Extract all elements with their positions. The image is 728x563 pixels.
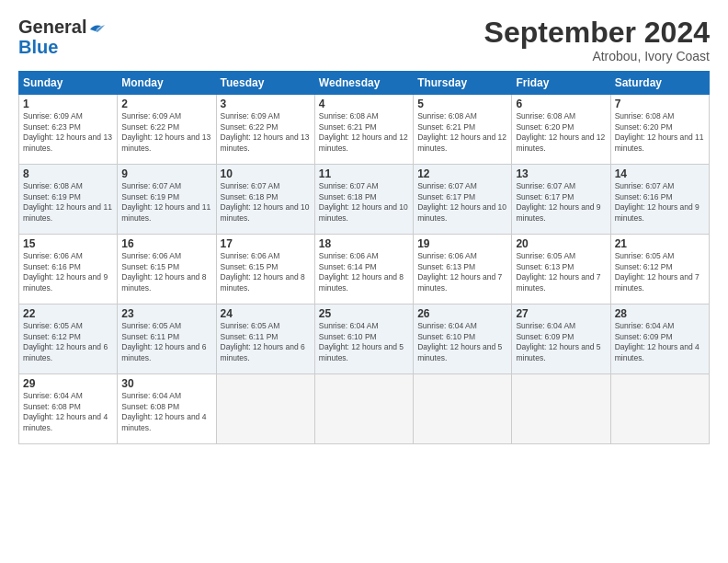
calendar-week-row: 22 Sunrise: 6:05 AMSunset: 6:12 PMDaylig… [19, 304, 710, 374]
day-number: 28 [615, 307, 705, 320]
table-row: 22 Sunrise: 6:05 AMSunset: 6:12 PMDaylig… [19, 304, 118, 374]
day-info: Sunrise: 6:08 AMSunset: 6:20 PMDaylight:… [615, 111, 705, 154]
table-row: 28 Sunrise: 6:04 AMSunset: 6:09 PMDaylig… [610, 304, 709, 374]
day-info: Sunrise: 6:06 AMSunset: 6:14 PMDaylight:… [319, 251, 409, 293]
table-row: 1 Sunrise: 6:09 AMSunset: 6:23 PMDayligh… [19, 95, 118, 165]
day-info: Sunrise: 6:05 AMSunset: 6:12 PMDaylight:… [615, 251, 705, 293]
day-info: Sunrise: 6:04 AMSunset: 6:08 PMDaylight:… [121, 391, 211, 433]
day-number: 19 [417, 237, 507, 250]
table-row: 29 Sunrise: 6:04 AMSunset: 6:08 PMDaylig… [19, 374, 118, 444]
table-row: 27 Sunrise: 6:04 AMSunset: 6:09 PMDaylig… [512, 304, 610, 374]
day-number: 7 [615, 98, 705, 110]
day-info: Sunrise: 6:09 AMSunset: 6:23 PMDaylight:… [23, 111, 113, 154]
day-info: Sunrise: 6:07 AMSunset: 6:18 PMDaylight:… [221, 181, 311, 224]
day-number: 27 [516, 307, 606, 320]
logo-general: General [18, 17, 86, 38]
calendar-header-row: Sunday Monday Tuesday Wednesday Thursday… [19, 72, 710, 95]
col-wednesday: Wednesday [314, 72, 413, 95]
calendar-table: Sunday Monday Tuesday Wednesday Thursday… [18, 71, 710, 444]
table-row [414, 374, 512, 444]
table-row: 14 Sunrise: 6:07 AMSunset: 6:16 PMDaylig… [610, 165, 709, 235]
day-info: Sunrise: 6:05 AMSunset: 6:11 PMDaylight:… [121, 321, 211, 363]
day-info: Sunrise: 6:05 AMSunset: 6:13 PMDaylight:… [516, 251, 606, 293]
table-row [216, 374, 314, 444]
table-row: 6 Sunrise: 6:08 AMSunset: 6:20 PMDayligh… [512, 95, 610, 165]
day-number: 9 [121, 167, 211, 180]
day-info: Sunrise: 6:04 AMSunset: 6:08 PMDaylight:… [23, 391, 113, 433]
calendar-week-row: 1 Sunrise: 6:09 AMSunset: 6:23 PMDayligh… [19, 95, 710, 165]
day-info: Sunrise: 6:07 AMSunset: 6:18 PMDaylight:… [319, 181, 409, 224]
header: General Blue September 2024 Atrobou, Ivo… [18, 17, 710, 63]
logo-blue: Blue [18, 38, 58, 56]
day-number: 3 [221, 98, 311, 110]
col-saturday: Saturday [610, 72, 709, 95]
day-number: 21 [615, 237, 705, 250]
day-info: Sunrise: 6:06 AMSunset: 6:15 PMDaylight:… [121, 251, 211, 293]
day-info: Sunrise: 6:09 AMSunset: 6:22 PMDaylight:… [121, 111, 211, 154]
day-number: 25 [319, 307, 409, 320]
day-number: 14 [615, 167, 705, 180]
day-info: Sunrise: 6:05 AMSunset: 6:12 PMDaylight:… [23, 321, 113, 363]
day-number: 26 [417, 307, 507, 320]
table-row: 16 Sunrise: 6:06 AMSunset: 6:15 PMDaylig… [118, 235, 216, 304]
day-number: 15 [23, 237, 113, 250]
day-number: 22 [23, 307, 113, 320]
day-info: Sunrise: 6:08 AMSunset: 6:21 PMDaylight:… [417, 111, 507, 154]
day-info: Sunrise: 6:07 AMSunset: 6:19 PMDaylight:… [121, 181, 211, 224]
day-number: 2 [121, 98, 211, 110]
page: General Blue September 2024 Atrobou, Ivo… [0, 0, 728, 563]
table-row [314, 374, 413, 444]
col-tuesday: Tuesday [216, 72, 314, 95]
table-row: 2 Sunrise: 6:09 AMSunset: 6:22 PMDayligh… [118, 95, 216, 165]
table-row: 3 Sunrise: 6:09 AMSunset: 6:22 PMDayligh… [216, 95, 314, 165]
logo: General Blue [18, 17, 105, 56]
day-info: Sunrise: 6:04 AMSunset: 6:10 PMDaylight:… [417, 321, 507, 363]
day-number: 4 [319, 98, 409, 110]
table-row: 18 Sunrise: 6:06 AMSunset: 6:14 PMDaylig… [314, 235, 413, 304]
table-row: 8 Sunrise: 6:08 AMSunset: 6:19 PMDayligh… [19, 165, 118, 235]
table-row: 23 Sunrise: 6:05 AMSunset: 6:11 PMDaylig… [118, 304, 216, 374]
day-number: 29 [23, 377, 113, 390]
day-info: Sunrise: 6:07 AMSunset: 6:17 PMDaylight:… [417, 181, 507, 224]
table-row: 12 Sunrise: 6:07 AMSunset: 6:17 PMDaylig… [414, 165, 512, 235]
table-row: 30 Sunrise: 6:04 AMSunset: 6:08 PMDaylig… [118, 374, 216, 444]
calendar-week-row: 8 Sunrise: 6:08 AMSunset: 6:19 PMDayligh… [19, 165, 710, 235]
table-row: 7 Sunrise: 6:08 AMSunset: 6:20 PMDayligh… [610, 95, 709, 165]
col-sunday: Sunday [19, 72, 118, 95]
col-thursday: Thursday [414, 72, 512, 95]
table-row: 20 Sunrise: 6:05 AMSunset: 6:13 PMDaylig… [512, 235, 610, 304]
day-number: 11 [319, 167, 409, 180]
day-number: 1 [23, 98, 113, 110]
table-row [512, 374, 610, 444]
day-info: Sunrise: 6:04 AMSunset: 6:09 PMDaylight:… [615, 321, 705, 363]
day-info: Sunrise: 6:08 AMSunset: 6:20 PMDaylight:… [516, 111, 606, 154]
table-row: 26 Sunrise: 6:04 AMSunset: 6:10 PMDaylig… [414, 304, 512, 374]
day-number: 18 [319, 237, 409, 250]
logo-bird-icon [88, 22, 105, 35]
day-info: Sunrise: 6:04 AMSunset: 6:09 PMDaylight:… [516, 321, 606, 363]
day-info: Sunrise: 6:06 AMSunset: 6:16 PMDaylight:… [23, 251, 113, 293]
col-monday: Monday [118, 72, 216, 95]
day-info: Sunrise: 6:07 AMSunset: 6:17 PMDaylight:… [516, 181, 606, 224]
table-row: 17 Sunrise: 6:06 AMSunset: 6:15 PMDaylig… [216, 235, 314, 304]
day-number: 12 [417, 167, 507, 180]
table-row: 15 Sunrise: 6:06 AMSunset: 6:16 PMDaylig… [19, 235, 118, 304]
day-number: 16 [121, 237, 211, 250]
day-number: 24 [221, 307, 311, 320]
day-number: 23 [121, 307, 211, 320]
col-friday: Friday [512, 72, 610, 95]
day-number: 10 [221, 167, 311, 180]
month-title: September 2024 [484, 17, 710, 49]
table-row: 13 Sunrise: 6:07 AMSunset: 6:17 PMDaylig… [512, 165, 610, 235]
day-info: Sunrise: 6:07 AMSunset: 6:16 PMDaylight:… [615, 181, 705, 224]
title-section: September 2024 Atrobou, Ivory Coast [484, 17, 710, 63]
day-number: 8 [23, 167, 113, 180]
table-row: 11 Sunrise: 6:07 AMSunset: 6:18 PMDaylig… [314, 165, 413, 235]
day-info: Sunrise: 6:05 AMSunset: 6:11 PMDaylight:… [221, 321, 311, 363]
day-number: 5 [417, 98, 507, 110]
table-row: 10 Sunrise: 6:07 AMSunset: 6:18 PMDaylig… [216, 165, 314, 235]
day-number: 13 [516, 167, 606, 180]
day-info: Sunrise: 6:04 AMSunset: 6:10 PMDaylight:… [319, 321, 409, 363]
day-info: Sunrise: 6:08 AMSunset: 6:21 PMDaylight:… [319, 111, 409, 154]
location-subtitle: Atrobou, Ivory Coast [484, 49, 710, 63]
